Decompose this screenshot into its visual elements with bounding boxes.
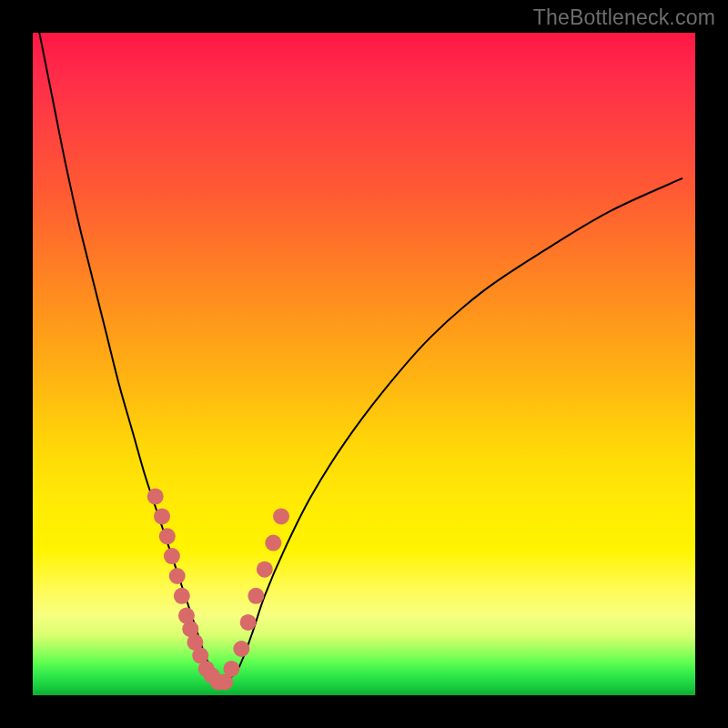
chart-frame: TheBottleneck.com — [0, 0, 728, 728]
marker-point — [159, 528, 176, 544]
marker-point — [154, 508, 170, 524]
marker-point — [240, 614, 257, 631]
bottleneck-curve — [39, 33, 682, 683]
marker-point — [147, 489, 164, 505]
watermark-text: TheBottleneck.com — [533, 5, 715, 30]
marker-point — [273, 508, 289, 524]
marker-point — [164, 548, 180, 564]
marker-point — [174, 588, 190, 604]
marker-point — [233, 641, 249, 657]
marker-point — [223, 661, 239, 677]
marker-point — [248, 588, 264, 604]
marker-point — [265, 535, 281, 551]
marker-point — [257, 561, 273, 578]
chart-svg — [33, 33, 695, 695]
marker-point — [169, 568, 186, 584]
